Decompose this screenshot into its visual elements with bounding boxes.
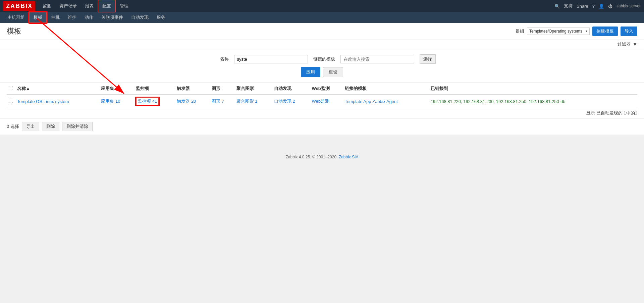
template-name-link[interactable]: Template OS Linux system [17, 99, 69, 104]
row-trigger-cell: 触发器 20 [175, 95, 210, 108]
second-navigation: 主机群组 模板 主机 维护 动作 关联项事件 自动发现 服务 [0, 12, 644, 23]
page-title: 模板 [7, 26, 21, 36]
nav-reports[interactable]: 报表 [81, 0, 98, 12]
apply-filter-button[interactable]: 应用 [301, 67, 320, 77]
monitor-link[interactable]: 监控项 41 [138, 99, 157, 104]
nav-services[interactable]: 服务 [153, 12, 169, 22]
header-monitor: 监控项 [134, 83, 175, 95]
filter-bar: 过滤器 ▼ [0, 40, 644, 49]
row-web-monitor-cell: Web监测 [310, 95, 343, 108]
header-app-set: 应用集 [99, 83, 134, 95]
user-icon[interactable]: 👤 [599, 4, 604, 9]
power-icon[interactable]: ⏻ [608, 4, 612, 9]
row-agg-graph-cell: 聚合图形 1 [234, 95, 272, 108]
filter-row-1: 名称 链接的模板 选择 [7, 54, 637, 64]
table-row: Template OS Linux system 应用集 10 监控项 41 [7, 95, 637, 108]
footer: Zabbix 4.0.25. © 2001–2020, Zabbix SIA [0, 148, 644, 166]
header-linked-to: 已链接到 [429, 83, 637, 95]
table-container: 名称▲ 应用集 监控项 触发器 图形 聚合图形 自动发现 Web监测 链接的模板… [0, 83, 644, 108]
linked-template-link[interactable]: Template App Zabbix Agent [345, 99, 398, 104]
nav-assets[interactable]: 资产记录 [55, 0, 81, 12]
select-button[interactable]: 选择 [420, 54, 436, 64]
footer-text: Zabbix 4.0.25. © 2001–2020, Zabbix SIA [286, 155, 359, 159]
row-linked-to-cell: 192.168.81.220, 192.168.81.230, 192.168.… [429, 95, 637, 108]
row-monitor-cell: 监控项 41 [134, 95, 175, 108]
row-name-cell: Template OS Linux system [15, 95, 99, 108]
reset-filter-button[interactable]: 重设 [323, 67, 343, 77]
top-nav-right: 🔍 支持 Share ? 👤 ⏻ zabbix-server [554, 3, 641, 9]
nav-hosts[interactable]: 主机 [47, 12, 64, 22]
bottom-bar: 0 选择 导出 删除 删除并清除 [0, 118, 644, 135]
export-button[interactable]: 导出 [22, 122, 39, 131]
nav-templates[interactable]: 模板 [29, 12, 47, 23]
search-icon[interactable]: 🔍 [554, 4, 560, 9]
header-agg-graph: 聚合图形 [234, 83, 272, 95]
filter-label: 过滤器 [618, 41, 631, 47]
linked-template-label: 链接的模板 [313, 56, 335, 62]
delete-clear-button[interactable]: 删除并清除 [62, 122, 93, 131]
linked-template-input[interactable] [340, 55, 414, 63]
nav-admin[interactable]: 管理 [116, 0, 132, 12]
web-monitor-link[interactable]: Web监测 [312, 99, 330, 104]
row-app-set-cell: 应用集 10 [99, 95, 134, 108]
nav-actions[interactable]: 动作 [80, 12, 97, 22]
help-icon[interactable]: ? [592, 4, 595, 9]
header-trigger: 触发器 [175, 83, 210, 95]
filter-actions: 应用 重设 [7, 67, 637, 77]
top-navigation: ZABBIX 监测 资产记录 报表 配置 管理 🔍 支持 Share ? 👤 ⏻… [0, 0, 644, 12]
name-filter-input[interactable] [234, 55, 308, 63]
linked-to-link[interactable]: 192.168.81.220, 192.168.81.230, 192.168.… [431, 99, 566, 104]
filter-toggle-icon[interactable]: ▼ [633, 42, 637, 47]
row-checkbox[interactable] [9, 99, 13, 103]
page-header-right: 群组 Templates/Operating systems 创建模板 导入 [516, 27, 637, 36]
select-all-checkbox[interactable] [9, 86, 13, 90]
row-linked-template-cell: Template App Zabbix Agent [343, 95, 429, 108]
auto-discover-link[interactable]: 自动发现 2 [274, 99, 295, 104]
group-select[interactable]: Templates/Operating systems [527, 28, 590, 35]
server-name: zabbix-server [616, 4, 641, 8]
header-auto-discover: 自动发现 [272, 83, 310, 95]
monitor-highlight: 监控项 41 [136, 97, 159, 105]
nav-config[interactable]: 配置 [98, 0, 116, 12]
zabbix-logo[interactable]: ZABBIX [3, 1, 35, 11]
row-graph-cell: 图形 7 [210, 95, 234, 108]
nav-host-groups[interactable]: 主机群组 [3, 12, 29, 22]
templates-table: 名称▲ 应用集 监控项 触发器 图形 聚合图形 自动发现 Web监测 链接的模板… [7, 83, 637, 108]
graph-link[interactable]: 图形 7 [212, 99, 224, 104]
create-template-button[interactable]: 创建模板 [592, 27, 618, 36]
app-set-link[interactable]: 应用集 10 [101, 99, 120, 104]
group-select-wrapper[interactable]: Templates/Operating systems [527, 28, 590, 35]
trigger-link[interactable]: 触发器 20 [177, 99, 196, 104]
row-checkbox-cell [7, 95, 15, 108]
header-name[interactable]: 名称▲ [15, 83, 99, 95]
header-graph: 图形 [210, 83, 234, 95]
page-header: 模板 群组 Templates/Operating systems 创建模板 导… [0, 23, 644, 40]
selection-count: 0 选择 [7, 123, 19, 130]
row-auto-discover-cell: 自动发现 2 [272, 95, 310, 108]
filter-section: 名称 链接的模板 选择 应用 重设 [0, 49, 644, 83]
header-linked-template: 链接的模板 [343, 83, 429, 95]
nav-monitoring[interactable]: 监测 [39, 0, 55, 12]
name-filter-label: 名称 [209, 56, 229, 62]
header-checkbox-col [7, 83, 15, 95]
nav-maintenance[interactable]: 维护 [64, 12, 80, 22]
pagination-info: 显示 已自动发现的 1中的1 [0, 108, 644, 118]
footer-link[interactable]: Zabbix SIA [339, 155, 359, 159]
group-label: 群组 [516, 28, 524, 34]
import-button[interactable]: 导入 [621, 27, 637, 36]
share-link[interactable]: Share [577, 4, 588, 9]
support-link[interactable]: 支持 [564, 3, 573, 9]
nav-discovery[interactable]: 自动发现 [127, 12, 153, 22]
delete-button[interactable]: 删除 [42, 122, 59, 131]
table-header-row: 名称▲ 应用集 监控项 触发器 图形 聚合图形 自动发现 Web监测 链接的模板… [7, 83, 637, 95]
nav-event-correlation[interactable]: 关联项事件 [97, 12, 127, 22]
agg-graph-link[interactable]: 聚合图形 1 [236, 99, 258, 104]
header-web-monitor: Web监测 [310, 83, 343, 95]
